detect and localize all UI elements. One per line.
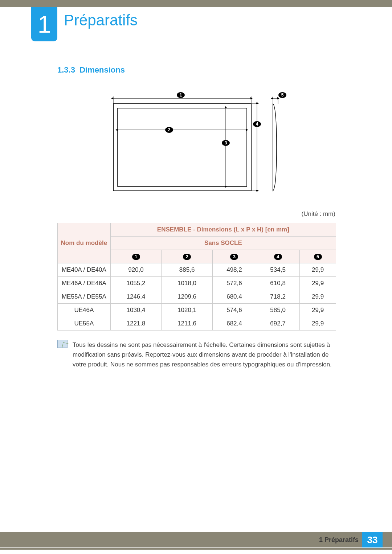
cell: 29,9 bbox=[300, 304, 336, 317]
cell: 920,0 bbox=[110, 263, 162, 277]
note-block: Tous les dessins ne sont pas nécessairem… bbox=[57, 340, 336, 370]
table-row: ME55A / DE55A 1246,4 1209,6 680,4 718,2 … bbox=[58, 290, 336, 304]
footer-stripe bbox=[0, 548, 392, 550]
footer-bar: 1 Préparatifs 33 bbox=[0, 532, 392, 547]
table-row: ME40A / DE40A 920,0 885,6 498,2 534,5 29… bbox=[58, 263, 336, 277]
cell: 1211,6 bbox=[162, 317, 213, 331]
table-row: UE55A 1221,8 1211,6 682,4 692,7 29,9 bbox=[58, 317, 336, 331]
cell: 29,9 bbox=[300, 263, 336, 277]
section-title: Dimensions bbox=[79, 65, 125, 74]
svg-text:2: 2 bbox=[168, 127, 171, 132]
section-heading: 1.3.3 Dimensions bbox=[57, 65, 336, 75]
cell: 1030,4 bbox=[110, 304, 162, 317]
page-content: 1.3.3 Dimensions 1 2 3 4 bbox=[57, 65, 336, 370]
num-badge-4: 4 bbox=[274, 254, 282, 260]
table-row: ME46A / DE46A 1055,2 1018,0 572,6 610,8 … bbox=[58, 277, 336, 290]
col-header-4: 4 bbox=[256, 250, 300, 263]
svg-text:5: 5 bbox=[281, 93, 284, 98]
unit-label: (Unité : mm) bbox=[57, 210, 335, 218]
svg-text:3: 3 bbox=[225, 140, 227, 145]
cell: 1018,0 bbox=[162, 277, 213, 290]
note-text: Tous les dessins ne sont pas nécessairem… bbox=[73, 340, 336, 370]
num-badge-1: 1 bbox=[132, 254, 140, 260]
chapter-number-badge: 1 bbox=[31, 7, 57, 41]
cell-model: UE55A bbox=[58, 317, 111, 331]
cell: 885,6 bbox=[162, 263, 213, 277]
num-badge-5: 5 bbox=[314, 254, 322, 260]
cell: 29,9 bbox=[300, 277, 336, 290]
svg-rect-1 bbox=[118, 108, 247, 186]
col-header-2: 2 bbox=[162, 250, 213, 263]
cell: 682,4 bbox=[212, 317, 256, 331]
col-header-5: 5 bbox=[300, 250, 336, 263]
footer-running-title: 1 Préparatifs bbox=[319, 536, 359, 544]
cell: 610,8 bbox=[256, 277, 300, 290]
cell: 1209,6 bbox=[162, 290, 213, 304]
cell: 572,6 bbox=[212, 277, 256, 290]
dimensions-diagram: 1 2 3 4 5 bbox=[57, 89, 336, 200]
cell: 574,6 bbox=[212, 304, 256, 317]
cell: 680,4 bbox=[212, 290, 256, 304]
cell-model: ME55A / DE55A bbox=[58, 290, 111, 304]
table-row: UE46A 1030,4 1020,1 574,6 585,0 29,9 bbox=[58, 304, 336, 317]
cell: 1221,8 bbox=[110, 317, 162, 331]
cell: 1055,2 bbox=[110, 277, 162, 290]
cell: 29,9 bbox=[300, 290, 336, 304]
cell-model: ME46A / DE46A bbox=[58, 277, 111, 290]
cell: 498,2 bbox=[212, 263, 256, 277]
num-badge-2: 2 bbox=[183, 254, 191, 260]
col-header-main: ENSEMBLE - Dimensions (L x P x H) [en mm… bbox=[110, 223, 336, 237]
cell: 1020,1 bbox=[162, 304, 213, 317]
section-number: 1.3.3 bbox=[57, 65, 75, 74]
num-badge-3: 3 bbox=[230, 254, 238, 260]
cell-model: ME40A / DE40A bbox=[58, 263, 111, 277]
col-header-1: 1 bbox=[110, 250, 162, 263]
cell: 718,2 bbox=[256, 290, 300, 304]
cell: 1246,4 bbox=[110, 290, 162, 304]
cell: 585,0 bbox=[256, 304, 300, 317]
col-header-model: Nom du modèle bbox=[58, 223, 111, 263]
cell: 692,7 bbox=[256, 317, 300, 331]
dimensions-table: Nom du modèle ENSEMBLE - Dimensions (L x… bbox=[57, 223, 336, 331]
note-icon bbox=[57, 340, 68, 348]
col-header-3: 3 bbox=[212, 250, 256, 263]
header-stripe bbox=[0, 0, 392, 7]
cell-model: UE46A bbox=[58, 304, 111, 317]
svg-text:4: 4 bbox=[256, 122, 258, 127]
cell: 534,5 bbox=[256, 263, 300, 277]
page-number: 33 bbox=[362, 532, 383, 547]
chapter-title: Préparatifs bbox=[64, 12, 138, 29]
svg-text:1: 1 bbox=[180, 93, 182, 98]
cell: 29,9 bbox=[300, 317, 336, 331]
col-header-sub: Sans SOCLE bbox=[110, 237, 336, 250]
svg-rect-0 bbox=[113, 104, 251, 191]
